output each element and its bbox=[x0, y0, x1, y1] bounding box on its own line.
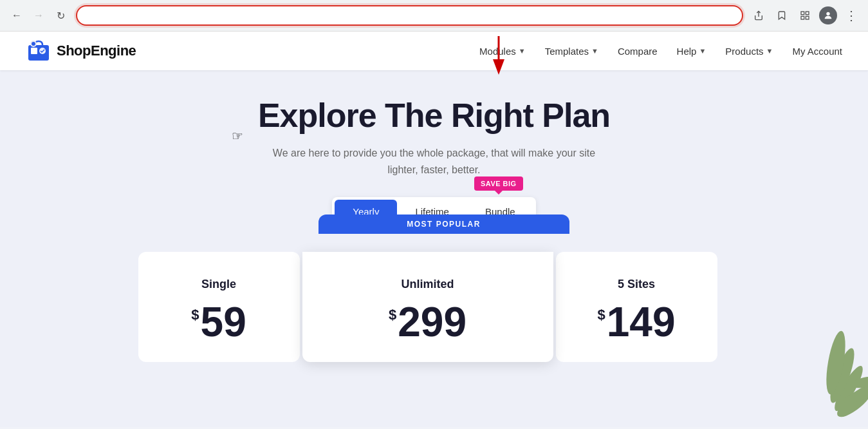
nav-help[interactable]: Help ▼ bbox=[677, 46, 706, 57]
reload-button[interactable]: ↻ bbox=[51, 6, 69, 24]
plan-name-5sites: 5 Sites bbox=[575, 278, 698, 291]
currency-5sites: $ bbox=[597, 307, 605, 323]
pricing-row: Single $ 59 Unlimited $ 299 5 Si bbox=[138, 252, 717, 362]
plan-price-unlimited: $ 299 bbox=[322, 301, 534, 343]
cursor-pointer: ☞ bbox=[232, 128, 243, 144]
pricing-cards-container: MOST POPULAR Single $ 59 Unlimited $ 299 bbox=[138, 239, 730, 362]
svg-rect-1 bbox=[806, 12, 809, 15]
nav-products[interactable]: Products ▼ bbox=[725, 46, 773, 57]
svg-rect-8 bbox=[31, 48, 37, 54]
extensions-button[interactable] bbox=[796, 6, 814, 24]
website-content: ShopEngine Modules ▼ Templates ▼ Compare… bbox=[0, 32, 868, 427]
plant-decoration bbox=[804, 298, 868, 427]
back-button[interactable]: ← bbox=[8, 6, 26, 24]
nav-compare[interactable]: Compare bbox=[618, 46, 658, 57]
svg-rect-0 bbox=[801, 12, 804, 15]
bookmark-button[interactable] bbox=[773, 6, 791, 24]
svg-point-11 bbox=[32, 42, 35, 46]
browser-menu-button[interactable]: ⋮ bbox=[842, 5, 860, 26]
plan-price-5sites: $ 149 bbox=[575, 301, 698, 343]
pricing-card-unlimited: Unlimited $ 299 bbox=[302, 252, 553, 362]
nav-templates[interactable]: Templates ▼ bbox=[545, 46, 598, 57]
nav-modules[interactable]: Modules ▼ bbox=[479, 46, 526, 57]
amount-single: 59 bbox=[201, 301, 246, 343]
plan-name-single: Single bbox=[158, 278, 281, 291]
amount-unlimited: 299 bbox=[398, 301, 466, 343]
page-title: Explore The Right Plan bbox=[258, 96, 610, 135]
address-bar[interactable]: wpmet.com/plugin/shopengine/pricing/?utm… bbox=[76, 5, 743, 26]
logo-icon bbox=[26, 39, 51, 63]
plan-price-single: $ 59 bbox=[158, 301, 281, 343]
nav-buttons: ← → ↻ bbox=[8, 6, 69, 24]
chevron-down-icon: ▼ bbox=[591, 47, 598, 55]
amount-5sites: 149 bbox=[607, 301, 676, 343]
logo-text: ShopEngine bbox=[57, 43, 136, 59]
save-big-badge: SAVE BIG bbox=[474, 176, 523, 191]
address-bar-wrapper: wpmet.com/plugin/shopengine/pricing/?utm… bbox=[76, 5, 743, 26]
chevron-down-icon: ▼ bbox=[519, 47, 526, 55]
site-nav: ShopEngine Modules ▼ Templates ▼ Compare… bbox=[0, 32, 868, 70]
nav-my-account[interactable]: My Account bbox=[792, 46, 842, 57]
forward-button[interactable]: → bbox=[30, 6, 48, 24]
currency-unlimited: $ bbox=[389, 307, 396, 323]
currency-single: $ bbox=[191, 307, 199, 323]
pricing-card-5sites: 5 Sites $ 149 bbox=[556, 252, 717, 362]
site-logo: ShopEngine bbox=[26, 39, 136, 63]
site-menu: Modules ▼ Templates ▼ Compare Help ▼ Pro… bbox=[479, 46, 842, 57]
plan-name-unlimited: Unlimited bbox=[322, 278, 534, 291]
profile-icon[interactable] bbox=[819, 6, 837, 24]
browser-toolbar: ← → ↻ wpmet.com/plugin/shopengine/pricin… bbox=[0, 0, 868, 31]
svg-point-4 bbox=[826, 12, 829, 15]
most-popular-bar: MOST POPULAR bbox=[319, 214, 569, 234]
chevron-down-icon: ▼ bbox=[699, 47, 706, 55]
chevron-down-icon: ▼ bbox=[766, 47, 773, 55]
browser-chrome: ← → ↻ wpmet.com/plugin/shopengine/pricin… bbox=[0, 0, 868, 32]
toolbar-icons: ⋮ bbox=[750, 5, 860, 26]
main-content: ☞ Explore The Right Plan We are here to … bbox=[0, 70, 868, 362]
pricing-card-single: Single $ 59 bbox=[138, 252, 300, 362]
page-subtitle: We are here to provide you the whole pac… bbox=[273, 145, 595, 178]
svg-rect-2 bbox=[806, 16, 809, 19]
share-button[interactable] bbox=[750, 6, 768, 24]
svg-rect-3 bbox=[801, 16, 804, 19]
